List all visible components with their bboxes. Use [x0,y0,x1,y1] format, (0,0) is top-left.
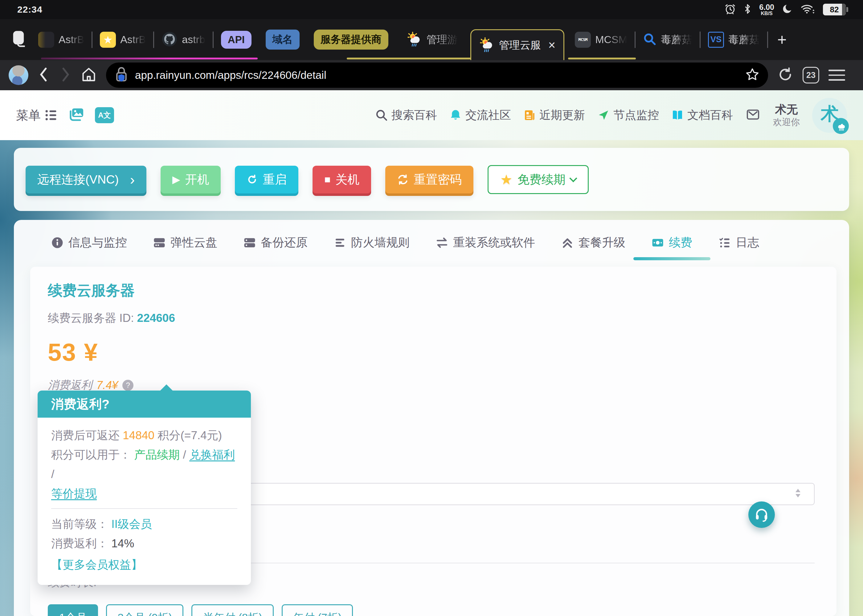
swap-icon [436,236,449,249]
points-value: 14840 [123,429,154,442]
vscode-favicon: VS [708,32,724,48]
log-icon [718,236,731,249]
send-icon [597,109,609,121]
avatar[interactable]: 术 [812,98,847,133]
reset-icon [397,174,409,185]
restart-icon [247,174,258,185]
back-icon[interactable] [38,66,50,84]
book-icon [671,109,683,121]
browser-tab-api[interactable]: API [221,31,252,49]
help-icon[interactable]: ? [122,380,134,391]
lock-icon [115,66,128,84]
chevron-down-icon [569,174,577,182]
browser-tab[interactable]: MCSM MCSM [575,32,627,48]
mcsm-favicon: MCSM [575,32,591,48]
more-member-benefits-link[interactable]: 【更多会员权益】 [51,555,237,574]
link-product-renew[interactable]: 产品续期 [134,448,180,461]
rebate-percent: 14% [111,537,134,550]
tab-reinstall[interactable]: 重装系统或软件 [436,235,535,250]
tab-plan-upgrade[interactable]: 套餐升级 [561,235,625,250]
tab-renew[interactable]: 续费 [651,235,692,250]
nav-community[interactable]: 交流社区 [449,107,511,123]
reset-password-button[interactable]: 重置密码 [385,166,473,193]
support-chat-button[interactable] [748,501,775,528]
clock: 22:34 [17,4,43,15]
browser-tab[interactable]: 毒蘑菇 [643,32,692,47]
web-page: 菜单 A文 搜索百科 交流社区 [0,90,863,616]
browser-tab[interactable]: ★ AstrB [100,32,146,48]
tab-separator [635,31,636,48]
nav-docs[interactable]: 文档百科 [671,107,733,123]
tab-separator [700,31,701,48]
service-tab-bar: 信息与监控 弹性云盘 备份还原 防火墙规则 重装系统或软件 套餐升级 [14,220,849,250]
nav-node-monitor[interactable]: 节点监控 [597,107,659,123]
bluetooth-icon [744,3,751,16]
browser-tab[interactable]: astrb [162,31,205,48]
mail-icon[interactable] [745,107,761,123]
url-text: app.rainyun.com/apps/rcs/224606/detail [135,69,739,81]
nav-recent-updates[interactable]: 近期更新 [523,107,585,123]
browser-address-bar: app.rainyun.com/apps/rcs/224606/detail 2… [0,60,863,90]
search-favicon [643,32,657,47]
vnc-connect-button[interactable]: 远程连接(VNC)› [25,166,146,193]
server-detail-card: 信息与监控 弹性云盘 备份还原 防火墙规则 重装系统或软件 套餐升级 [14,220,849,616]
duration-halfyear[interactable]: 半年付 (8折) [191,604,274,616]
price-value: 53 ¥ [48,338,98,366]
duration-1month[interactable]: 1个月 [48,604,98,616]
tab-overview-icon[interactable] [12,30,30,50]
disk-icon [153,236,166,249]
server-id-line: 续费云服务器 ID:224606 [48,310,175,326]
nav-search-wiki[interactable]: 搜索百科 [375,107,437,123]
tooltip-title: 消费返利? [38,391,251,418]
site-menu-toggle[interactable]: 菜单 [16,107,58,124]
tab-firewall-rules[interactable]: 防火墙规则 [334,235,409,250]
user-block[interactable]: 术无 欢迎你 [773,103,800,127]
tab-elastic-disk[interactable]: 弹性云盘 [153,235,217,250]
bookmark-star-icon[interactable] [745,68,759,83]
tab-separator [213,31,214,48]
forward-icon[interactable] [59,66,71,84]
member-level[interactable]: II级会员 [111,518,152,530]
url-field[interactable]: app.rainyun.com/apps/rcs/224606/detail [106,63,768,88]
status-bar: 22:34 6.00 KB/S 82 [0,0,863,19]
browser-profile-avatar[interactable] [9,65,28,85]
upgrade-icon [561,236,574,249]
browser-tab[interactable]: AstrB [38,32,84,48]
tooltip-usage-line: 积分可以用于： 产品续期 / 兑换福利 / [51,445,237,484]
shutdown-button[interactable]: ■关机 [313,166,371,193]
tab-info-monitor[interactable]: 信息与监控 [51,235,127,250]
browser-tab-provider[interactable]: 服务器提供商 [314,30,388,50]
tab-backup-restore[interactable]: 备份还原 [243,235,308,250]
link-withdraw[interactable]: 等价提现 [51,487,97,500]
tab-count-button[interactable]: 23 [803,67,819,83]
star-icon: ★ [500,171,512,187]
translate-icon[interactable]: A文 [95,107,114,123]
duration-3month[interactable]: 3个月 (9折) [106,604,183,616]
active-tab-baseline [568,58,636,60]
browser-tab-active[interactable]: 管理云服 × [470,29,564,60]
duration-year[interactable]: 年付 (7折) [282,604,353,616]
tab-logs[interactable]: 日志 [718,235,759,250]
menu-icon[interactable] [828,70,845,81]
server-actions-card: 远程连接(VNC)› ▶开机 重启 ■关机 重置密码 ★ 免费续期 [14,148,849,211]
home-icon[interactable] [81,66,97,84]
browser-tab[interactable]: 管理游 [407,31,458,48]
server-id-value: 224606 [137,312,175,324]
banknote-icon [651,236,664,249]
reboot-button[interactable]: 重启 [235,166,298,193]
link-exchange-welfare[interactable]: 兑换福利 [189,448,235,461]
close-tab-icon[interactable]: × [548,38,555,52]
browser-tab[interactable]: VS 毒蘑菇 [708,32,760,48]
network-speed: 6.00 KB/S [759,3,774,16]
power-on-button[interactable]: ▶开机 [161,166,220,193]
night-mode-icon [782,4,793,16]
play-icon: ▶ [172,173,180,185]
tab-separator [153,31,154,48]
renew-panel: 续费云服务器 续费云服务器 ID:224606 53 ¥ 消费返利 7.4¥ ?… [30,267,836,616]
new-tab-button[interactable]: + [777,30,787,49]
browser-tab-domain[interactable]: 域名 [266,30,299,50]
refresh-icon[interactable] [777,66,793,84]
tooltip-points-line: 消费后可返还 14840 积分(=7.4元) [51,426,237,445]
free-renew-button[interactable]: ★ 免费续期 [488,165,588,194]
wallpaper-icon[interactable] [68,107,85,124]
